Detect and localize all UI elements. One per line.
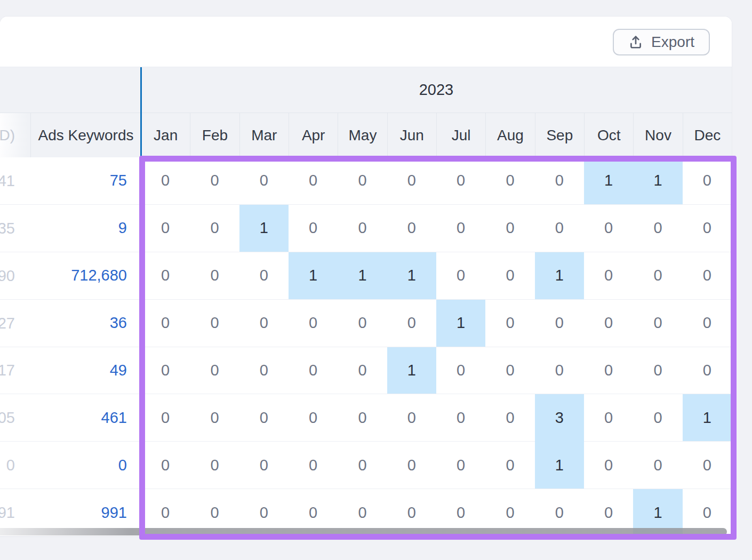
month-value-cell-sep: 0 bbox=[535, 300, 584, 347]
month-value-cell-nov: 0 bbox=[633, 205, 682, 252]
ads-keywords-value-link[interactable]: 9 bbox=[30, 205, 141, 252]
table-row: 00000000001000 bbox=[0, 442, 732, 489]
month-value-cell-apr: 0 bbox=[289, 394, 338, 442]
table-card: Export 2023 D) Ads Keywords JanFebMarApr… bbox=[0, 17, 732, 537]
month-value-cell-apr: 0 bbox=[289, 347, 338, 395]
month-value-cell-mar: 0 bbox=[239, 347, 289, 395]
ads-keywords-value-link[interactable]: 75 bbox=[30, 157, 141, 205]
month-value-cell-dec: 1 bbox=[683, 394, 732, 442]
horizontal-scrollbar-thumb[interactable] bbox=[0, 528, 727, 535]
month-value-cell-feb: 0 bbox=[190, 442, 239, 489]
month-value-cell-mar: 0 bbox=[239, 157, 289, 205]
month-value-cell-sep: 0 bbox=[535, 157, 584, 205]
month-value-cell-sep: 3 bbox=[535, 394, 584, 442]
ads-keywords-header: Ads Keywords bbox=[30, 113, 141, 157]
month-value-cell-dec: 0 bbox=[683, 205, 732, 252]
month-value-cell-apr: 0 bbox=[289, 205, 338, 252]
month-value-cell-aug: 0 bbox=[485, 157, 534, 205]
month-value-cell-aug: 0 bbox=[485, 442, 534, 489]
month-value-cell-nov: 0 bbox=[633, 300, 682, 347]
left-column-partial-value: 35 bbox=[0, 205, 30, 252]
left-column-partial-value: 17 bbox=[0, 347, 30, 395]
export-button[interactable]: Export bbox=[613, 29, 710, 55]
month-value-cell-jun: 1 bbox=[387, 252, 436, 300]
ads-keywords-value-link[interactable]: 0 bbox=[30, 442, 141, 489]
table-body: 417500000000011035900100000000090712,680… bbox=[0, 157, 732, 537]
month-value-cell-may: 1 bbox=[338, 252, 387, 300]
month-value-cell-jan: 0 bbox=[141, 394, 190, 442]
ads-keywords-value-link[interactable]: 36 bbox=[30, 300, 141, 347]
export-upload-icon bbox=[628, 34, 643, 50]
month-header-jul: Jul bbox=[436, 113, 485, 157]
month-value-cell-jun: 0 bbox=[387, 394, 436, 442]
month-value-cell-sep: 1 bbox=[535, 252, 584, 300]
frozen-column-divider bbox=[140, 67, 142, 157]
month-value-cell-oct: 0 bbox=[584, 347, 633, 395]
month-value-cell-may: 0 bbox=[338, 205, 387, 252]
month-value-cell-may: 0 bbox=[338, 157, 387, 205]
left-column-partial-value: 05 bbox=[0, 394, 30, 442]
month-value-cell-oct: 0 bbox=[584, 252, 633, 300]
month-header-apr: Apr bbox=[289, 113, 338, 157]
month-value-cell-feb: 0 bbox=[190, 300, 239, 347]
month-value-cell-oct: 0 bbox=[584, 300, 633, 347]
ads-keywords-value-link[interactable]: 461 bbox=[30, 394, 141, 442]
ads-keywords-value-link[interactable]: 49 bbox=[30, 347, 141, 395]
month-value-cell-oct: 0 bbox=[584, 205, 633, 252]
month-value-cell-may: 0 bbox=[338, 347, 387, 395]
ads-keywords-value-link[interactable]: 712,680 bbox=[30, 252, 141, 300]
month-header-sep: Sep bbox=[535, 113, 584, 157]
month-value-cell-jul: 0 bbox=[436, 157, 485, 205]
month-value-cell-jan: 0 bbox=[141, 300, 190, 347]
month-header-jan: Jan bbox=[141, 113, 190, 157]
month-header-dec: Dec bbox=[683, 113, 732, 157]
month-value-cell-jul: 0 bbox=[436, 442, 485, 489]
left-column-partial-value: 41 bbox=[0, 157, 30, 205]
month-value-cell-apr: 0 bbox=[289, 442, 338, 489]
month-value-cell-feb: 0 bbox=[190, 394, 239, 442]
toolbar: Export bbox=[0, 17, 732, 67]
month-value-cell-oct: 0 bbox=[584, 394, 633, 442]
month-value-cell-jan: 0 bbox=[141, 252, 190, 300]
month-value-cell-mar: 0 bbox=[239, 300, 289, 347]
month-value-cell-mar: 0 bbox=[239, 252, 289, 300]
month-value-cell-apr: 0 bbox=[289, 300, 338, 347]
month-header-feb: Feb bbox=[190, 113, 239, 157]
month-header-aug: Aug bbox=[485, 113, 534, 157]
month-value-cell-feb: 0 bbox=[190, 252, 239, 300]
month-value-cell-sep: 0 bbox=[535, 205, 584, 252]
table-header: 2023 D) Ads Keywords JanFebMarAprMayJunJ… bbox=[0, 67, 732, 157]
month-value-cell-may: 0 bbox=[338, 394, 387, 442]
month-value-cell-dec: 0 bbox=[683, 252, 732, 300]
left-column-partial-value: 90 bbox=[0, 252, 30, 300]
export-button-label: Export bbox=[651, 34, 694, 51]
month-value-cell-jun: 0 bbox=[387, 442, 436, 489]
month-header-jun: Jun bbox=[387, 113, 436, 157]
table-row: 4175000000000110 bbox=[0, 157, 732, 205]
month-value-cell-nov: 1 bbox=[633, 157, 682, 205]
month-value-cell-feb: 0 bbox=[190, 205, 239, 252]
month-value-cell-nov: 0 bbox=[633, 252, 682, 300]
month-value-cell-nov: 0 bbox=[633, 442, 682, 489]
month-value-cell-mar: 1 bbox=[239, 205, 289, 252]
month-header-nov: Nov bbox=[633, 113, 682, 157]
month-value-cell-mar: 0 bbox=[239, 442, 289, 489]
month-value-cell-aug: 0 bbox=[485, 300, 534, 347]
month-value-cell-jun: 1 bbox=[387, 347, 436, 395]
month-value-cell-apr: 1 bbox=[289, 252, 338, 300]
month-value-cell-dec: 0 bbox=[683, 347, 732, 395]
month-value-cell-jun: 0 bbox=[387, 300, 436, 347]
month-value-cell-apr: 0 bbox=[289, 157, 338, 205]
month-value-cell-aug: 0 bbox=[485, 205, 534, 252]
table-row: 1749000001000000 bbox=[0, 347, 732, 395]
month-value-cell-nov: 0 bbox=[633, 347, 682, 395]
month-value-cell-jul: 0 bbox=[436, 347, 485, 395]
month-value-cell-jan: 0 bbox=[141, 157, 190, 205]
month-value-cell-jun: 0 bbox=[387, 157, 436, 205]
month-value-cell-aug: 0 bbox=[485, 347, 534, 395]
month-header-may: May bbox=[338, 113, 387, 157]
month-header-row: D) Ads Keywords JanFebMarAprMayJunJulAug… bbox=[0, 113, 732, 157]
month-header-mar: Mar bbox=[239, 113, 289, 157]
month-value-cell-jan: 0 bbox=[141, 205, 190, 252]
left-column-header-partial: D) bbox=[0, 113, 30, 157]
